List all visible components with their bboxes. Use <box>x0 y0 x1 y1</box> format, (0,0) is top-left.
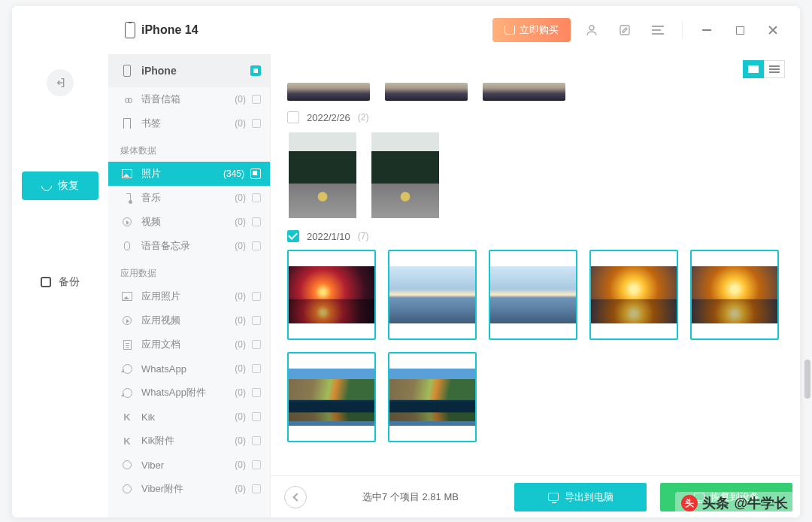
photo-thumbnail[interactable] <box>287 250 376 340</box>
exit-button[interactable] <box>47 69 74 96</box>
mic-icon <box>120 241 134 250</box>
sidebar-item-whatsapp[interactable]: WhatsApp (0) <box>108 357 270 381</box>
music-icon <box>120 193 134 202</box>
checkbox-icon[interactable] <box>252 119 261 128</box>
device-name: iPhone 14 <box>141 23 198 37</box>
date-group-header[interactable]: 2022/1/10 (7) <box>287 230 783 242</box>
photo-thumbnail[interactable] <box>690 250 779 340</box>
photo-thumbnail[interactable] <box>287 131 358 220</box>
photo-thumbnail[interactable] <box>388 352 477 442</box>
viber-icon <box>120 484 134 493</box>
checkbox-icon[interactable] <box>252 484 261 493</box>
sidebar-item-appphoto[interactable]: 应用照片 (0) <box>108 284 270 308</box>
recover-button[interactable]: 恢复 <box>22 171 98 200</box>
checkbox-icon[interactable] <box>252 388 261 397</box>
photo-icon <box>120 169 134 178</box>
whatsapp-icon <box>120 388 134 398</box>
watermark-logo-icon: 头 <box>681 495 698 511</box>
photo-thumbnail[interactable] <box>388 250 477 340</box>
sidebar-item-voicemail[interactable]: oo 语音信箱 (0) <box>108 87 270 111</box>
left-rail: 恢复 备份 <box>12 54 108 517</box>
minimize-button[interactable] <box>695 18 719 42</box>
photo-thumbnail[interactable] <box>483 83 565 101</box>
checkbox-icon[interactable] <box>252 412 261 421</box>
photo-thumbnail[interactable] <box>287 352 376 442</box>
content-toolbar <box>271 56 800 83</box>
sidebar-item-photos[interactable]: 照片 (345) <box>108 162 270 186</box>
sidebar-section-app: 应用数据 <box>108 258 270 284</box>
sidebar: iPhone oo 语音信箱 (0) 书签 (0) 媒体数据 照片 (345) <box>108 54 271 517</box>
checkbox-icon[interactable] <box>252 217 261 226</box>
close-button[interactable] <box>761 18 785 42</box>
thumbnail-row <box>287 250 783 442</box>
back-button[interactable] <box>284 486 307 508</box>
sync-icon <box>39 178 54 193</box>
kik-icon: K <box>120 436 134 447</box>
edit-icon[interactable] <box>613 18 637 42</box>
selection-status: 选中7 个项目 2.81 MB <box>320 490 501 504</box>
checkbox-icon[interactable] <box>252 241 261 250</box>
sidebar-item-appdoc[interactable]: 应用文档 (0) <box>108 332 270 357</box>
video-icon <box>120 316 134 325</box>
sidebar-item-viber-att[interactable]: Viber附件 (0) <box>108 477 270 501</box>
checkbox-icon[interactable] <box>250 65 261 76</box>
chevron-left-icon <box>292 493 301 501</box>
kik-icon: K <box>120 411 134 423</box>
photo-grid[interactable]: 2022/2/26 (2) 2022/1/10 (7) <box>271 83 800 475</box>
photo-thumbnail[interactable] <box>385 83 468 101</box>
svg-rect-1 <box>620 26 629 35</box>
sidebar-item-music[interactable]: 音乐 (0) <box>108 186 270 210</box>
checkbox-icon[interactable] <box>252 316 261 325</box>
sidebar-item-voicememo[interactable]: 语音备忘录 (0) <box>108 234 270 258</box>
checkbox-icon[interactable] <box>252 364 261 373</box>
phone-icon <box>125 22 135 38</box>
photo-thumbnail[interactable] <box>370 131 441 220</box>
account-icon[interactable] <box>580 18 604 42</box>
title-bar: iPhone 14 立即购买 <box>12 6 800 54</box>
date-label: 2022/2/26 <box>307 112 350 123</box>
menu-icon[interactable] <box>646 18 670 42</box>
checkbox-icon[interactable] <box>250 168 261 179</box>
thumbnail-row <box>287 83 783 101</box>
main-content: 2022/2/26 (2) 2022/1/10 (7) <box>271 54 800 517</box>
view-list-button[interactable] <box>764 60 785 78</box>
checkbox-icon[interactable] <box>252 95 261 104</box>
sidebar-item-viber[interactable]: Viber (0) <box>108 453 270 477</box>
document-icon <box>120 340 134 350</box>
sidebar-item-video[interactable]: 视频 (0) <box>108 210 270 234</box>
thumbnail-row <box>287 131 783 220</box>
sidebar-item-appvideo[interactable]: 应用视频 (0) <box>108 308 270 332</box>
watermark: 头 头条 @牛学长 <box>675 492 794 514</box>
monitor-icon <box>548 493 559 501</box>
checkbox-icon[interactable] <box>287 111 299 123</box>
sidebar-item-whatsapp-att[interactable]: WhatsApp附件 (0) <box>108 381 270 405</box>
checkbox-icon[interactable] <box>252 436 261 445</box>
photo-icon <box>120 292 134 301</box>
photo-thumbnail[interactable] <box>489 250 577 340</box>
viber-icon <box>120 460 134 469</box>
sidebar-item-kik[interactable]: K Kik (0) <box>108 405 270 429</box>
page-scrollbar[interactable] <box>804 360 810 399</box>
checkbox-icon[interactable] <box>252 193 261 202</box>
backup-nav[interactable]: 备份 <box>41 275 80 289</box>
sidebar-item-kik-att[interactable]: K Kik附件 (0) <box>108 429 270 453</box>
checkbox-icon[interactable] <box>252 340 261 349</box>
date-label: 2022/1/10 <box>307 231 350 242</box>
photo-thumbnail[interactable] <box>589 250 678 340</box>
photo-thumbnail[interactable] <box>287 83 370 101</box>
checkbox-icon[interactable] <box>287 230 299 242</box>
date-group-header[interactable]: 2022/2/26 (2) <box>287 111 783 123</box>
sidebar-header-iphone[interactable]: iPhone <box>108 54 270 87</box>
voicemail-icon: oo <box>120 94 134 105</box>
device-label: iPhone 14 <box>125 22 198 38</box>
checkbox-icon[interactable] <box>252 292 261 301</box>
checkbox-icon[interactable] <box>252 460 261 469</box>
export-button[interactable]: 导出到电脑 <box>514 483 647 511</box>
svg-point-0 <box>589 26 594 30</box>
sidebar-item-bookmarks[interactable]: 书签 (0) <box>108 111 270 135</box>
maximize-button[interactable] <box>728 18 752 42</box>
view-grid-button[interactable] <box>743 60 764 78</box>
cart-icon <box>504 26 515 35</box>
backup-icon <box>41 277 51 287</box>
buy-button[interactable]: 立即购买 <box>492 18 571 42</box>
